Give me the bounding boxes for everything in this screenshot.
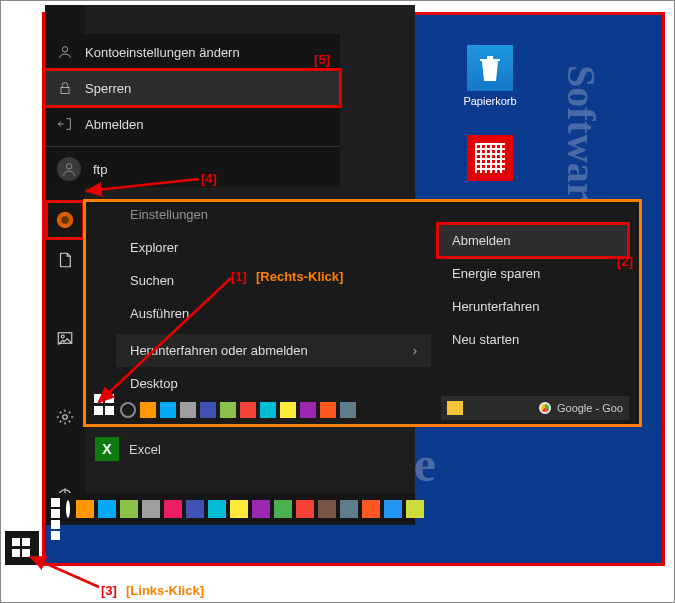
menu-item-label: Kontoeinstellungen ändern bbox=[85, 45, 240, 60]
winx-start-icon[interactable] bbox=[94, 394, 116, 416]
taskbar-app-icon[interactable] bbox=[384, 500, 402, 518]
svg-point-4 bbox=[63, 414, 68, 419]
annotation-3: [3] bbox=[101, 583, 117, 598]
annotation-2: [2] bbox=[617, 254, 633, 269]
svg-rect-7 bbox=[61, 87, 69, 93]
taskbar-pinned-apps bbox=[76, 500, 424, 518]
taskbar-app-icon[interactable] bbox=[230, 500, 248, 518]
winx-taskbar-apps bbox=[120, 402, 430, 418]
browser-tab-label: Google - Goo bbox=[557, 402, 623, 414]
rail-settings-icon[interactable] bbox=[45, 397, 85, 437]
winx-item-desktop[interactable]: Desktop bbox=[116, 367, 431, 400]
menu-item-label: Abmelden bbox=[85, 117, 144, 132]
taskbar-app-icon[interactable] bbox=[220, 402, 236, 418]
lock-icon bbox=[57, 80, 73, 96]
cortana-icon[interactable] bbox=[66, 500, 70, 518]
winx-browser-tab[interactable]: Google - Goo bbox=[441, 396, 629, 420]
settings-person-icon bbox=[57, 44, 73, 60]
rail-pictures-icon[interactable] bbox=[45, 318, 85, 358]
taskbar-app-icon[interactable] bbox=[296, 500, 314, 518]
svg-point-8 bbox=[66, 164, 71, 169]
winx-sub-restart[interactable]: Neu starten bbox=[438, 323, 628, 356]
taskbar-app-icon[interactable] bbox=[300, 402, 316, 418]
taskbar-app-icon[interactable] bbox=[280, 402, 296, 418]
menu-separator bbox=[45, 146, 340, 147]
recycle-bin-icon bbox=[467, 45, 513, 91]
account-change-settings[interactable]: Kontoeinstellungen ändern bbox=[45, 34, 340, 70]
screenshot-canvas: SoftwareOK.de SoftwareOK.de Papierkorb A… bbox=[0, 0, 675, 603]
menu-item-label: Sperren bbox=[85, 81, 131, 96]
taskbar-app-icon[interactable] bbox=[120, 500, 138, 518]
taskbar-app-icon[interactable] bbox=[252, 500, 270, 518]
start-item-excel[interactable]: X Excel bbox=[85, 431, 335, 467]
account-signout[interactable]: Abmelden bbox=[45, 106, 340, 142]
taskbar-app-icon[interactable] bbox=[76, 500, 94, 518]
desktop-icon-app[interactable] bbox=[455, 135, 525, 185]
excel-icon: X bbox=[95, 437, 119, 461]
taskbar-app-icon[interactable] bbox=[240, 402, 256, 418]
winx-sub-shutdown[interactable]: Herunterfahren bbox=[438, 290, 628, 323]
folder-icon bbox=[447, 401, 463, 415]
taskbar-app-icon[interactable] bbox=[260, 402, 276, 418]
taskbar-app-icon[interactable] bbox=[318, 500, 336, 518]
user-avatar-icon bbox=[57, 157, 81, 181]
annotation-3-text: [Links-Klick] bbox=[126, 583, 204, 598]
account-current-user[interactable]: ftp bbox=[45, 151, 340, 187]
winx-item-settings[interactable]: Einstellungen bbox=[116, 198, 431, 231]
rail-documents-icon[interactable] bbox=[45, 240, 85, 280]
taskbar-app-icon[interactable] bbox=[340, 402, 356, 418]
winx-sub-signout[interactable]: Abmelden bbox=[438, 224, 628, 257]
taskbar-app-icon[interactable] bbox=[320, 402, 336, 418]
account-menu: App6 [5] Kontoeinstellungen ändern Sperr… bbox=[45, 34, 340, 187]
svg-point-1 bbox=[61, 216, 69, 224]
taskbar-app-icon[interactable] bbox=[362, 500, 380, 518]
winx-context-menu: Einstellungen Explorer Suchen Ausführen … bbox=[83, 199, 642, 427]
start-item-label: Excel bbox=[129, 442, 161, 457]
signout-icon bbox=[57, 116, 73, 132]
menu-item-label: Herunterfahren oder abmelden bbox=[130, 343, 308, 358]
svg-point-6 bbox=[62, 47, 67, 52]
desktop-icon-recycle-bin[interactable]: Papierkorb bbox=[455, 45, 525, 107]
chevron-right-icon: › bbox=[413, 343, 417, 358]
winx-item-search[interactable]: Suchen bbox=[116, 264, 431, 297]
winx-left-column: Einstellungen Explorer Suchen Ausführen … bbox=[116, 198, 431, 400]
taskbar-app-icon[interactable] bbox=[164, 500, 182, 518]
taskbar-app-icon[interactable] bbox=[142, 500, 160, 518]
app-grid-icon bbox=[467, 135, 513, 181]
chrome-icon bbox=[539, 402, 551, 414]
taskbar-app-icon[interactable] bbox=[140, 402, 156, 418]
start-button[interactable] bbox=[51, 498, 60, 520]
taskbar-app-icon[interactable] bbox=[160, 402, 176, 418]
rail-user-avatar[interactable] bbox=[45, 200, 85, 240]
winx-item-run[interactable]: Ausführen bbox=[116, 297, 431, 330]
taskbar-app-icon[interactable] bbox=[98, 500, 116, 518]
winx-sub-sleep[interactable]: Energie sparen bbox=[438, 257, 628, 290]
outer-start-button[interactable] bbox=[5, 531, 39, 565]
winx-item-shutdown-submenu[interactable]: Herunterfahren oder abmelden › bbox=[116, 334, 431, 367]
taskbar-app-icon[interactable] bbox=[200, 402, 216, 418]
cortana-icon[interactable] bbox=[120, 402, 136, 418]
taskbar bbox=[45, 493, 415, 525]
menu-item-label: ftp bbox=[93, 162, 107, 177]
taskbar-app-icon[interactable] bbox=[208, 500, 226, 518]
taskbar-app-icon[interactable] bbox=[274, 500, 292, 518]
taskbar-app-icon[interactable] bbox=[180, 402, 196, 418]
desktop-icon-label: Papierkorb bbox=[455, 95, 525, 107]
annotation-5: [5] bbox=[314, 52, 330, 67]
account-lock[interactable]: Sperren bbox=[45, 70, 340, 106]
winx-item-explorer[interactable]: Explorer bbox=[116, 231, 431, 264]
taskbar-app-icon[interactable] bbox=[186, 500, 204, 518]
taskbar-app-icon[interactable] bbox=[340, 500, 358, 518]
svg-point-3 bbox=[61, 335, 64, 338]
taskbar-app-icon[interactable] bbox=[406, 500, 424, 518]
winx-shutdown-submenu: Abmelden Energie sparen Herunterfahren N… bbox=[438, 224, 628, 356]
